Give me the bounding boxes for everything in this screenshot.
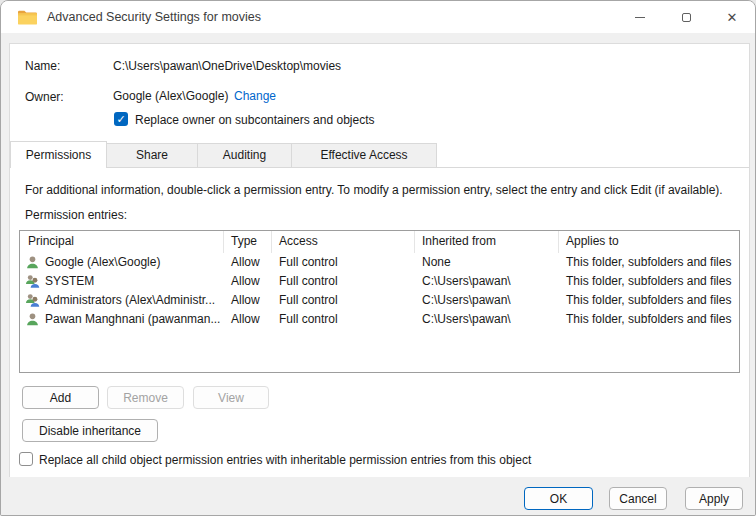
entry-access: Full control xyxy=(272,310,415,329)
entry-access: Full control xyxy=(272,291,415,310)
name-label: Name: xyxy=(25,59,60,73)
permission-entries-label: Permission entries: xyxy=(25,208,127,222)
cancel-button[interactable]: Cancel xyxy=(609,487,667,510)
table-row[interactable]: SYSTEM Allow Full control C:\Users\pawan… xyxy=(20,272,739,291)
window-title: Advanced Security Settings for movies xyxy=(47,10,261,24)
table-row[interactable]: Google (Alex\Google) Allow Full control … xyxy=(20,253,739,272)
tab-share[interactable]: Share xyxy=(106,143,198,167)
group-icon xyxy=(25,293,40,308)
minimize-button[interactable] xyxy=(617,1,663,33)
user-icon xyxy=(25,255,40,270)
view-button[interactable]: View xyxy=(193,386,269,409)
entry-inherited-from: C:\Users\pawan\ xyxy=(415,310,559,329)
table-row[interactable]: Administrators (Alex\Administr... Allow … xyxy=(20,291,739,310)
maximize-button[interactable] xyxy=(663,1,709,33)
table-row[interactable]: Pawan Manghnani (pawanman... Allow Full … xyxy=(20,310,739,329)
folder-icon xyxy=(18,10,37,25)
close-button[interactable]: ✕ xyxy=(709,1,755,33)
disable-inheritance-button[interactable]: Disable inheritance xyxy=(22,419,158,442)
entry-access: Full control xyxy=(272,272,415,291)
advanced-security-settings-dialog: Advanced Security Settings for movies ✕ … xyxy=(0,0,756,516)
name-value: C:\Users\pawan\OneDrive\Desktop\movies xyxy=(113,59,341,73)
close-icon: ✕ xyxy=(727,11,738,24)
replace-child-checkbox[interactable] xyxy=(19,452,33,466)
apply-button[interactable]: Apply xyxy=(685,487,743,510)
permissions-description: For additional information, double-click… xyxy=(25,183,723,197)
minimize-icon xyxy=(635,17,645,18)
entry-applies-to: This folder, subfolders and files xyxy=(559,272,739,291)
column-header-principal[interactable]: Principal xyxy=(20,231,224,253)
user-icon xyxy=(25,312,40,327)
owner-label: Owner: xyxy=(25,90,64,104)
replace-owner-label: Replace owner on subcontainers and objec… xyxy=(135,113,374,127)
entry-type: Allow xyxy=(224,272,272,291)
remove-button[interactable]: Remove xyxy=(107,386,184,409)
entry-applies-to: This folder, subfolders and files xyxy=(559,310,739,329)
tab-effective-access[interactable]: Effective Access xyxy=(291,143,437,167)
change-owner-link[interactable]: Change xyxy=(234,89,276,103)
entry-type: Allow xyxy=(224,253,272,272)
entry-inherited-from: C:\Users\pawan\ xyxy=(415,291,559,310)
principal-name: SYSTEM xyxy=(45,272,94,291)
entry-type: Allow xyxy=(224,310,272,329)
tab-permissions[interactable]: Permissions xyxy=(10,141,107,168)
maximize-icon xyxy=(682,13,691,22)
owner-value: Google (Alex\Google) xyxy=(113,89,228,103)
permission-entries-table: Principal Type Access Inherited from App… xyxy=(19,230,740,373)
window-controls: ✕ xyxy=(617,1,755,33)
tab-auditing[interactable]: Auditing xyxy=(197,143,292,167)
tab-strip: Permissions Share Auditing Effective Acc… xyxy=(10,141,749,168)
principal-name: Pawan Manghnani (pawanman... xyxy=(45,310,220,329)
add-button[interactable]: Add xyxy=(22,386,99,409)
column-header-inherited-from[interactable]: Inherited from xyxy=(415,231,559,253)
group-icon xyxy=(25,274,40,289)
principal-name: Google (Alex\Google) xyxy=(45,253,160,272)
entry-applies-to: This folder, subfolders and files xyxy=(559,253,739,272)
replace-owner-checkbox[interactable]: ✓ xyxy=(114,112,128,126)
entry-access: Full control xyxy=(272,253,415,272)
column-header-applies-to[interactable]: Applies to xyxy=(559,231,739,253)
principal-name: Administrators (Alex\Administr... xyxy=(45,291,215,310)
entry-inherited-from: C:\Users\pawan\ xyxy=(415,272,559,291)
ok-button[interactable]: OK xyxy=(524,487,593,510)
footer-bar: OK Cancel Apply xyxy=(1,477,755,515)
entry-type: Allow xyxy=(224,291,272,310)
title-bar: Advanced Security Settings for movies ✕ xyxy=(1,1,755,33)
replace-child-label: Replace all child object permission entr… xyxy=(39,453,531,467)
content-panel: Name: C:\Users\pawan\OneDrive\Desktop\mo… xyxy=(9,43,750,479)
column-header-access[interactable]: Access xyxy=(272,231,415,253)
entry-inherited-from: None xyxy=(415,253,559,272)
entry-applies-to: This folder, subfolders and files xyxy=(559,291,739,310)
table-header-row: Principal Type Access Inherited from App… xyxy=(20,231,739,253)
column-header-type[interactable]: Type xyxy=(224,231,272,253)
